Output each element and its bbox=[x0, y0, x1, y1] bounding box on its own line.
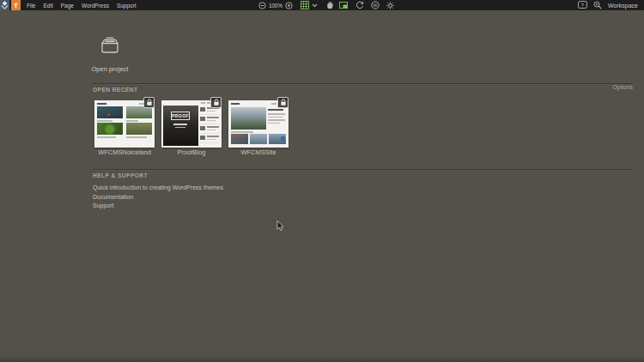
zoom-level: 100% bbox=[269, 3, 283, 9]
magnifier-plus-icon bbox=[593, 1, 602, 9]
zoom-out-button[interactable] bbox=[258, 2, 266, 9]
grid-dropdown-button[interactable] bbox=[312, 3, 318, 8]
svg-text:?: ? bbox=[581, 3, 585, 8]
thumb-text bbox=[268, 113, 285, 115]
wordpress-icon: W bbox=[371, 1, 380, 9]
lock-icon bbox=[280, 99, 287, 106]
thumb-caption bbox=[231, 131, 253, 133]
open-box-icon bbox=[98, 33, 122, 57]
logo-letter: T bbox=[14, 2, 18, 9]
thumb-caption bbox=[97, 120, 112, 122]
open-project-button[interactable]: Open project bbox=[88, 33, 132, 73]
hand-icon bbox=[326, 1, 334, 9]
fit-screen-button[interactable] bbox=[339, 1, 348, 9]
gem-logo-icon bbox=[1, 1, 9, 9]
svg-text:W: W bbox=[373, 3, 377, 8]
refresh-button[interactable] bbox=[355, 1, 364, 9]
thumb-caption bbox=[97, 136, 116, 138]
project-name[interactable]: WFCMSSite bbox=[228, 148, 289, 156]
thumb-photo-tractor bbox=[97, 123, 123, 135]
menu-file[interactable]: File bbox=[27, 3, 35, 9]
project-card-wfcmssite[interactable] bbox=[228, 100, 289, 148]
thumb-text bbox=[268, 119, 285, 121]
menu-wordpress[interactable]: WordPress bbox=[82, 3, 109, 9]
refresh-icon bbox=[355, 1, 364, 9]
grid-view-button[interactable] bbox=[301, 1, 309, 9]
minus-circle-icon bbox=[258, 2, 266, 9]
divider bbox=[93, 169, 633, 170]
menu-support[interactable]: Support bbox=[117, 3, 137, 9]
pan-hand-button[interactable] bbox=[326, 1, 334, 9]
template-toaster-logo[interactable]: T bbox=[11, 0, 21, 10]
thumb-tagline bbox=[175, 127, 185, 129]
thumb-photo-rocks: PROOF bbox=[163, 106, 198, 146]
thumb-photo-field bbox=[126, 123, 152, 135]
thumb-photo-mountain bbox=[126, 106, 152, 118]
thumb-site-logo bbox=[231, 103, 240, 105]
lock-icon bbox=[213, 99, 220, 106]
menu-page[interactable]: Page bbox=[61, 3, 74, 9]
thumb-nav bbox=[201, 102, 205, 104]
project-card-proofblog[interactable]: PROOF bbox=[161, 100, 222, 148]
thumb-hero-photo bbox=[231, 107, 266, 130]
thumb-photo-lake bbox=[250, 134, 267, 144]
help-link-support[interactable]: Support bbox=[93, 202, 114, 208]
menu-bar: File Edit Page WordPress Support bbox=[27, 0, 137, 10]
right-toolbar: ? Workspace bbox=[578, 0, 638, 10]
project-name[interactable]: ProofBlog bbox=[161, 148, 222, 156]
project-name[interactable]: WFCMSNoiceland bbox=[94, 148, 155, 156]
options-link[interactable]: Options bbox=[613, 84, 633, 90]
plus-circle-icon bbox=[285, 2, 293, 9]
app-logo[interactable] bbox=[0, 0, 9, 10]
lock-badge bbox=[143, 97, 155, 108]
thumb-headline bbox=[268, 109, 283, 111]
lock-icon bbox=[146, 99, 153, 106]
lock-badge bbox=[277, 97, 289, 108]
thumb-button bbox=[281, 136, 285, 142]
thumb-tagline bbox=[173, 124, 187, 125]
zoom-in-button[interactable] bbox=[285, 2, 293, 9]
settings-gear-button[interactable] bbox=[386, 2, 394, 9]
window-bottom-edge bbox=[0, 356, 644, 362]
thumb-nav bbox=[271, 103, 276, 105]
lock-badge bbox=[210, 97, 222, 108]
thumb-photo-umbrella bbox=[97, 106, 123, 118]
help-button[interactable]: ? bbox=[578, 1, 587, 9]
zoom-search-button[interactable] bbox=[593, 1, 602, 9]
thumb-text bbox=[268, 117, 283, 118]
menu-edit[interactable]: Edit bbox=[43, 3, 52, 9]
help-link-quick-introduction[interactable]: Quick introduction to creating WordPress… bbox=[93, 184, 223, 190]
help-support-heading: HELP & SUPPORT bbox=[93, 172, 148, 178]
project-card-wfcmsnoiceland[interactable] bbox=[94, 100, 155, 148]
cursor-arrow-icon bbox=[276, 220, 284, 232]
screen-layout-icon bbox=[339, 1, 348, 9]
open-project-label: Open project bbox=[88, 65, 132, 73]
thumb-text bbox=[268, 123, 280, 124]
workspace-button[interactable]: Workspace bbox=[608, 3, 638, 9]
thumb-post-list bbox=[200, 106, 220, 146]
thumb-caption bbox=[126, 136, 147, 138]
chevron-down-icon bbox=[312, 3, 318, 8]
grid-icon bbox=[301, 1, 309, 9]
divider bbox=[93, 83, 633, 84]
help-bubble-icon: ? bbox=[578, 1, 587, 9]
center-toolbar: 100% bbox=[258, 0, 394, 10]
thumb-site-logo bbox=[97, 103, 106, 105]
menubar: T File Edit Page WordPress Support 100% bbox=[0, 0, 644, 10]
help-link-documentation[interactable]: Documentation bbox=[93, 194, 133, 200]
open-recent-heading: OPEN RECENT bbox=[93, 87, 137, 93]
thumb-proof-badge: PROOF bbox=[171, 112, 190, 120]
thumb-photo-sunset bbox=[231, 134, 248, 144]
thumb-caption bbox=[126, 120, 138, 122]
gear-icon bbox=[386, 2, 394, 9]
thumb-photo-coast bbox=[269, 134, 286, 144]
wordpress-preview-button[interactable]: W bbox=[371, 1, 380, 9]
mouse-cursor bbox=[276, 220, 284, 235]
